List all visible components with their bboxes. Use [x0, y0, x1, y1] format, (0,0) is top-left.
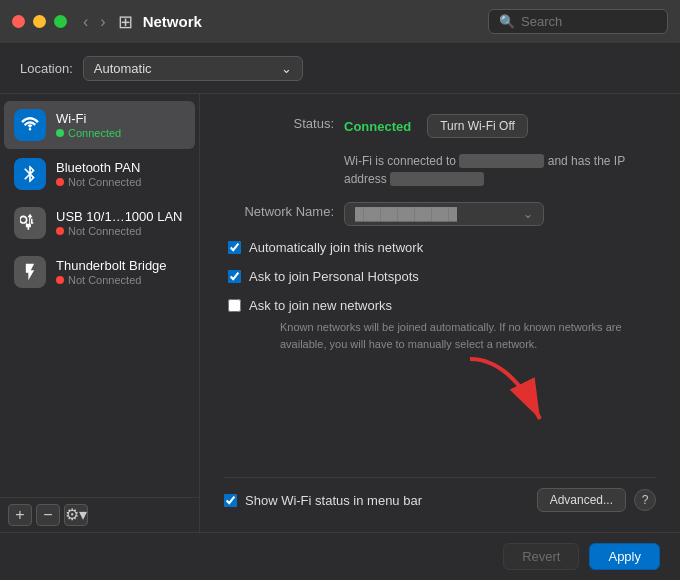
- wifi-icon: [14, 109, 46, 141]
- sidebar-item-thunderbolt-bridge[interactable]: Thunderbolt Bridge Not Connected: [4, 248, 195, 296]
- arrow-annotation: [450, 349, 570, 452]
- sidebar: Wi-Fi Connected Blue: [0, 94, 200, 532]
- search-input[interactable]: [521, 14, 657, 29]
- personal-hotspot-checkbox[interactable]: [228, 270, 241, 283]
- gear-icon: ⚙: [65, 507, 79, 523]
- status-label: Status:: [224, 114, 334, 131]
- tb-status: Not Connected: [56, 274, 167, 286]
- new-networks-checkbox[interactable]: [228, 299, 241, 312]
- maximize-button[interactable]: [54, 15, 67, 28]
- tb-status-text: Not Connected: [68, 274, 141, 286]
- bt-status: Not Connected: [56, 176, 141, 188]
- new-networks-row: Ask to join new networks: [224, 298, 656, 313]
- tb-name: Thunderbolt Bridge: [56, 258, 167, 273]
- remove-network-button[interactable]: −: [36, 504, 60, 526]
- bottom-right-buttons: Advanced... ?: [537, 488, 656, 512]
- wifi-name: Wi-Fi: [56, 111, 121, 126]
- footer: Revert Apply: [0, 532, 680, 580]
- traffic-lights: [12, 15, 67, 28]
- bluetooth-icon: [14, 158, 46, 190]
- network-name-chevron-icon: ⌄: [523, 207, 533, 221]
- show-wifi-row: Show Wi-Fi status in menu bar: [224, 493, 422, 508]
- bt-status-text: Not Connected: [68, 176, 141, 188]
- gear-chevron-icon: ▾: [79, 507, 87, 523]
- thunderbolt-icon: [14, 256, 46, 288]
- usb-name: USB 10/1…1000 LAN: [56, 209, 182, 224]
- sidebar-item-wifi[interactable]: Wi-Fi Connected: [4, 101, 195, 149]
- help-text: Known networks will be joined automatica…: [224, 319, 656, 352]
- status-value: Connected: [344, 119, 411, 134]
- status-description-row: Wi-Fi is connected to ██████████ and has…: [224, 152, 656, 188]
- advanced-button[interactable]: Advanced...: [537, 488, 626, 512]
- personal-hotspot-label: Ask to join Personal Hotspots: [249, 269, 419, 284]
- usb-icon: [14, 207, 46, 239]
- sidebar-item-usb-lan[interactable]: USB 10/1…1000 LAN Not Connected: [4, 199, 195, 247]
- wifi-status: Connected: [56, 127, 121, 139]
- network-name-label: Network Name:: [224, 202, 334, 219]
- revert-button[interactable]: Revert: [503, 543, 579, 570]
- usb-sidebar-text: USB 10/1…1000 LAN Not Connected: [56, 209, 182, 237]
- detail-bottom-bar: Show Wi-Fi status in menu bar Advanced..…: [224, 477, 656, 512]
- status-description: Wi-Fi is connected to ██████████ and has…: [344, 152, 625, 188]
- add-network-button[interactable]: +: [8, 504, 32, 526]
- location-bar: Location: Automatic ⌄: [0, 44, 680, 94]
- location-value: Automatic: [94, 61, 152, 76]
- auto-join-label: Automatically join this network: [249, 240, 423, 255]
- wifi-status-text: Connected: [68, 127, 121, 139]
- location-chevron-icon: ⌄: [281, 61, 292, 76]
- sidebar-bottom: + − ⚙ ▾: [0, 497, 199, 532]
- personal-hotspot-row: Ask to join Personal Hotspots: [224, 269, 656, 284]
- tb-status-dot: [56, 276, 64, 284]
- bt-status-dot: [56, 178, 64, 186]
- close-button[interactable]: [12, 15, 25, 28]
- status-line: Connected Turn Wi-Fi Off: [344, 114, 528, 138]
- gear-button[interactable]: ⚙ ▾: [64, 504, 88, 526]
- tb-sidebar-text: Thunderbolt Bridge Not Connected: [56, 258, 167, 286]
- new-networks-label: Ask to join new networks: [249, 298, 392, 313]
- turn-wifi-off-button[interactable]: Turn Wi-Fi Off: [427, 114, 528, 138]
- help-button[interactable]: ?: [634, 489, 656, 511]
- ip-address-blurred: ███████████: [390, 172, 484, 186]
- window-title: Network: [143, 13, 488, 30]
- network-name-value: ████████████: [355, 207, 457, 221]
- nav-arrows: ‹ ›: [79, 11, 110, 33]
- apply-button[interactable]: Apply: [589, 543, 660, 570]
- status-row: Status: Connected Turn Wi-Fi Off: [224, 114, 656, 138]
- detail-panel: Status: Connected Turn Wi-Fi Off Wi-Fi i…: [200, 94, 680, 532]
- minimize-button[interactable]: [33, 15, 46, 28]
- location-select[interactable]: Automatic ⌄: [83, 56, 303, 81]
- usb-status-dot: [56, 227, 64, 235]
- network-name-row: Network Name: ████████████ ⌄: [224, 202, 656, 226]
- arrow-svg: [450, 349, 570, 449]
- auto-join-row: Automatically join this network: [224, 240, 656, 255]
- back-button[interactable]: ‹: [79, 11, 92, 33]
- usb-status: Not Connected: [56, 225, 182, 237]
- sidebar-item-bluetooth-pan[interactable]: Bluetooth PAN Not Connected: [4, 150, 195, 198]
- show-wifi-checkbox[interactable]: [224, 494, 237, 507]
- network-name-select[interactable]: ████████████ ⌄: [344, 202, 544, 226]
- forward-button[interactable]: ›: [96, 11, 109, 33]
- show-wifi-label: Show Wi-Fi status in menu bar: [245, 493, 422, 508]
- auto-join-checkbox[interactable]: [228, 241, 241, 254]
- wifi-sidebar-text: Wi-Fi Connected: [56, 111, 121, 139]
- grid-button[interactable]: ⊞: [118, 11, 133, 33]
- main-area: Location: Automatic ⌄ Wi-Fi: [0, 44, 680, 580]
- search-icon: 🔍: [499, 14, 515, 29]
- search-box: 🔍: [488, 9, 668, 34]
- network-name-blurred: ██████████: [459, 154, 544, 168]
- titlebar: ‹ › ⊞ Network 🔍: [0, 0, 680, 44]
- wifi-status-dot: [56, 129, 64, 137]
- bt-name: Bluetooth PAN: [56, 160, 141, 175]
- usb-status-text: Not Connected: [68, 225, 141, 237]
- sidebar-list: Wi-Fi Connected Blue: [0, 94, 199, 497]
- status-desc-label: [224, 152, 334, 154]
- bt-sidebar-text: Bluetooth PAN Not Connected: [56, 160, 141, 188]
- location-label: Location:: [20, 61, 73, 76]
- content-area: Wi-Fi Connected Blue: [0, 94, 680, 532]
